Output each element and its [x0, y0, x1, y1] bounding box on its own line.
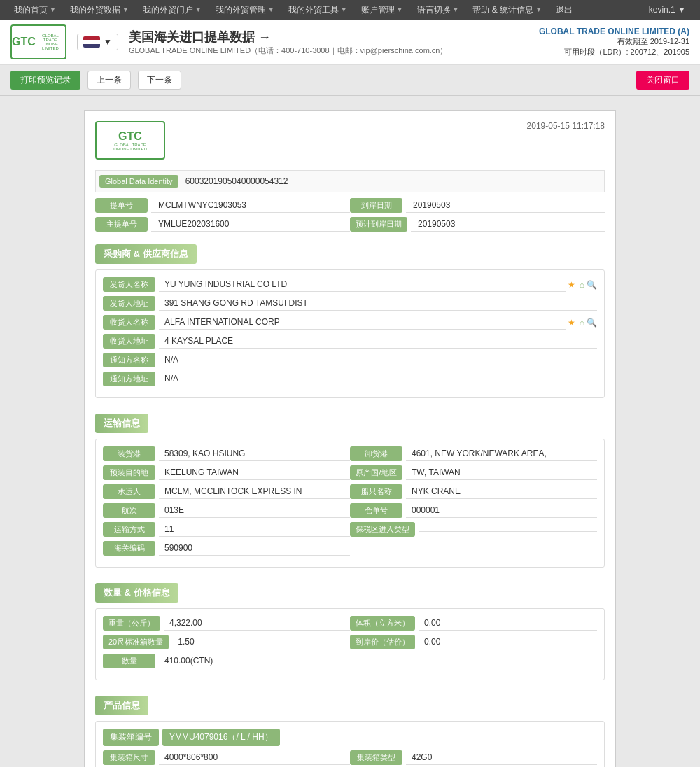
- tongzhi-dz-label: 通知方地址: [103, 372, 155, 386]
- price-value: 0.00: [419, 635, 597, 649]
- fahuo-mc-row: 发货人名称 YU YUNG INDUSTRIAL CO LTD ★ ⌂ 🔍: [103, 277, 597, 292]
- container-size-type-row: 集装箱尺寸 4000*806*800 集装箱类型 42G0: [103, 750, 597, 765]
- language-selector[interactable]: ▼: [77, 34, 118, 50]
- container-type-value: 42G0: [406, 750, 597, 765]
- origin-value: TW, TAIWAN: [406, 465, 597, 480]
- top-toolbar: 打印预览记录 上一条 下一条 关闭窗口: [0, 65, 700, 96]
- zhu-ti-row: 主提单号 YMLUE202031600 预计到岸日期 20190503: [95, 217, 605, 232]
- nav-help[interactable]: 帮助 & 统计信息 ▼: [465, 0, 549, 20]
- dao-gang-value: 20190503: [406, 198, 605, 213]
- nav-management[interactable]: 我的外贸管理 ▼: [209, 0, 281, 20]
- transport-section-title: 运输信息: [95, 414, 148, 433]
- nav-trade-data[interactable]: 我的外贸数据 ▼: [63, 0, 136, 20]
- page-subtitle: GLOBAL TRADE ONLINE LIMITED（电话：400-710-3…: [129, 45, 448, 56]
- transport-mode-value: 11: [159, 522, 350, 537]
- tongzhi-mc-value: N/A: [159, 353, 597, 367]
- top-navigation: 我的首页 ▼ 我的外贸数据 ▼ 我的外贸门户 ▼ 我的外贸管理 ▼ 我的外贸工具…: [0, 0, 700, 20]
- product-section-title: 产品信息: [95, 696, 148, 715]
- bonded-value: [419, 527, 597, 532]
- vessel-value: NYK CRANE: [406, 484, 597, 499]
- nav-account[interactable]: 账户管理 ▼: [354, 0, 410, 20]
- yu-ji-value: 20190503: [411, 217, 605, 232]
- shouhuo-dz-label: 收货人地址: [103, 334, 155, 349]
- transport-mode-row: 运输方式 11 保税区进入类型: [103, 522, 597, 537]
- vessel-label: 船只名称: [350, 484, 402, 499]
- teu-value: 1.50: [172, 635, 350, 649]
- yu-ji-label: 预计到岸日期: [350, 217, 407, 232]
- prev-button[interactable]: 上一条: [88, 71, 131, 90]
- doc-logo: GTC GLOBAL TRADEONLINE LIMITED: [95, 121, 165, 160]
- document-main: GTC GLOBAL TRADEONLINE LIMITED 2019-05-1…: [84, 110, 616, 767]
- page-title: 美国海关进口提单数据 →: [129, 29, 448, 45]
- ti-dan-hao-value: MCLMTWNYC1903053: [151, 198, 350, 213]
- tongzhi-dz-row: 通知方地址 N/A: [103, 372, 597, 386]
- price-label: 到岸价（估价）: [350, 635, 415, 649]
- carrier-row: 承运人 MCLM, MCCLINTOCK EXPRESS IN 船只名称 NYK…: [103, 484, 597, 499]
- nav-logout[interactable]: 退出: [549, 0, 580, 20]
- fahuo-mc-value: YU YUNG INDUSTRIAL CO LTD: [159, 277, 566, 292]
- nav-language[interactable]: 语言切换 ▼: [410, 0, 466, 20]
- supplier-section-title: 采购商 & 供应商信息: [95, 244, 197, 264]
- fahuo-home-icon[interactable]: ⌂: [580, 280, 584, 290]
- weight-value: 4,322.00: [164, 616, 350, 631]
- nav-tools[interactable]: 我的外贸工具 ▼: [281, 0, 354, 20]
- company-name: GLOBAL TRADE ONLINE LIMITED (A): [539, 27, 690, 36]
- fahuo-star-icon[interactable]: ★: [568, 280, 575, 290]
- fahuo-dz-row: 发货人地址 391 SHANG GONG RD TAMSUI DIST: [103, 296, 597, 311]
- qty-row: 数量 410.00(CTN): [103, 654, 597, 668]
- manifest-value: 000001: [406, 503, 597, 518]
- user-account[interactable]: kevin.1 ▼: [649, 5, 693, 15]
- shouhuo-mc-value: ALFA INTERNATIONAL CORP: [159, 315, 566, 330]
- shouhuo-dz-row: 收货人地址 4 KAYSAL PLACE: [103, 334, 597, 349]
- shouhuo-mc-row: 收货人名称 ALFA INTERNATIONAL CORP ★ ⌂ 🔍: [103, 315, 597, 330]
- dan-hao-row: 提单号 MCLMTWNYC1903053 到岸日期 20190503: [95, 198, 605, 213]
- nav-home[interactable]: 我的首页 ▼: [7, 0, 63, 20]
- global-identity-row: Global Data Identity 6003201905040000054…: [95, 170, 605, 192]
- container-size-label: 集装箱尺寸: [103, 750, 155, 765]
- transport-section: 运输信息 装货港 58309, KAO HSIUNG 卸货港 4601, NEW…: [95, 405, 605, 568]
- shouhuo-star-icon[interactable]: ★: [568, 318, 575, 328]
- ti-dan-hao-label: 提单号: [95, 198, 148, 213]
- voyage-value: 013E: [159, 503, 350, 518]
- dest-row: 预装目的地 KEELUNG TAIWAN 原产国/地区 TW, TAIWAN: [103, 465, 597, 480]
- discharge-port-label: 卸货港: [350, 446, 402, 461]
- weight-volume-row: 重量（公斤） 4,322.00 体积（立方米） 0.00: [103, 616, 597, 631]
- tongzhi-mc-row: 通知方名称 N/A: [103, 353, 597, 367]
- supplier-section: 采购商 & 供应商信息 发货人名称 YU YUNG INDUSTRIAL CO …: [95, 236, 605, 398]
- shouhuo-mc-label: 收货人名称: [103, 315, 155, 330]
- global-identity-label: Global Data Identity: [99, 175, 178, 188]
- fahuo-dz-label: 发货人地址: [103, 296, 155, 311]
- fahuo-search-icon[interactable]: 🔍: [587, 280, 597, 290]
- volume-label: 体积（立方米）: [350, 616, 415, 631]
- customs-code-row: 海关编码 590900: [103, 541, 597, 556]
- teu-label: 20尺标准箱数量: [103, 635, 169, 649]
- container-type-label: 集装箱类型: [350, 750, 402, 765]
- customs-code-value: 590900: [159, 541, 350, 556]
- customs-code-label: 海关编码: [103, 541, 155, 556]
- doc-header: GTC GLOBAL TRADEONLINE LIMITED 2019-05-1…: [95, 121, 605, 160]
- shouhuo-search-icon[interactable]: 🔍: [587, 318, 597, 328]
- container-no-value: YMMU4079016（/ L / HH）: [162, 729, 280, 746]
- zhu-ti-value: YMLUE202031600: [151, 217, 350, 232]
- dao-gang-label: 到岸日期: [350, 198, 402, 213]
- logo: GTC GLOBAL TRADEONLINE LIMITED: [10, 24, 66, 59]
- transport-mode-label: 运输方式: [103, 522, 155, 537]
- next-button[interactable]: 下一条: [138, 71, 181, 90]
- quantity-section: 数量 & 价格信息 重量（公斤） 4,322.00 体积（立方米） 0.00 2…: [95, 575, 605, 680]
- qty-label: 数量: [103, 654, 155, 668]
- print-button[interactable]: 打印预览记录: [10, 71, 80, 90]
- flag-icon: [83, 36, 100, 48]
- page-header: GTC GLOBAL TRADEONLINE LIMITED ▼ 美国海关进口提…: [0, 20, 700, 65]
- qty-value: 410.00(CTN): [159, 654, 350, 668]
- volume-value: 0.00: [419, 616, 597, 631]
- voyage-row: 航次 013E 仓单号 000001: [103, 503, 597, 518]
- fahuo-dz-value: 391 SHANG GONG RD TAMSUI DIST: [159, 296, 597, 311]
- quantity-section-title: 数量 & 价格信息: [95, 583, 178, 603]
- shouhuo-dz-value: 4 KAYSAL PLACE: [159, 334, 597, 349]
- zhu-ti-label: 主提单号: [95, 217, 148, 232]
- close-button[interactable]: 关闭窗口: [636, 71, 690, 90]
- shouhuo-home-icon[interactable]: ⌂: [580, 318, 584, 328]
- fahuo-mc-label: 发货人名称: [103, 277, 155, 292]
- tongzhi-mc-label: 通知方名称: [103, 353, 155, 367]
- nav-portal[interactable]: 我的外贸门户 ▼: [136, 0, 209, 20]
